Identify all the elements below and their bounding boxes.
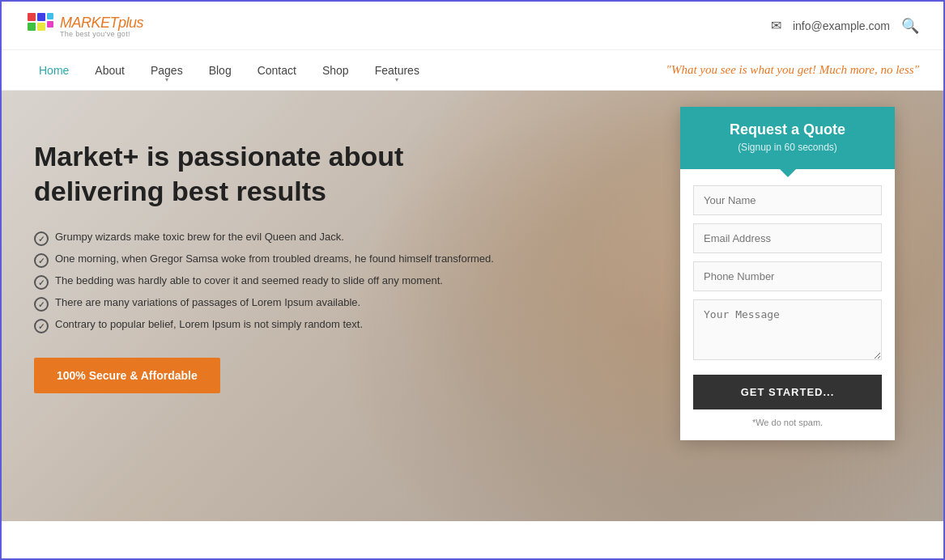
logo-plus-text: plus [118, 15, 143, 31]
nav-item-about[interactable]: About [82, 51, 138, 90]
svg-rect-0 [28, 13, 36, 21]
nav-tagline: "What you see is what you get! Much more… [666, 63, 919, 77]
nav-item-blog[interactable]: Blog [196, 51, 245, 90]
logo-icon [26, 11, 55, 40]
checklist-item-4: There are many variations of passages of… [55, 296, 360, 308]
svg-rect-2 [28, 23, 36, 31]
logo-text: MARKETplus The best you've got! [60, 13, 143, 38]
hero-section: Market+ is passionate about delivering b… [2, 91, 943, 521]
top-bar: MARKETplus The best you've got! ✉ info@e… [2, 2, 943, 50]
list-item: There are many variations of passages of… [34, 296, 520, 312]
list-item: Contrary to popular belief, Lorem Ipsum … [34, 318, 520, 333]
hero-content: Market+ is passionate about delivering b… [2, 91, 552, 442]
logo-tagline: The best you've got! [60, 31, 143, 38]
check-icon-4 [34, 297, 49, 312]
nav-item-contact[interactable]: Contact [245, 51, 309, 90]
no-spam-text: *We do not spam. [693, 418, 882, 427]
checklist-item-1: Grumpy wizards make toxic brew for the e… [55, 231, 344, 243]
check-icon-2 [34, 253, 49, 268]
svg-rect-4 [47, 13, 53, 19]
check-icon-1 [34, 231, 49, 246]
checklist-item-2: One morning, when Gregor Samsa woke from… [55, 252, 494, 265]
list-item: The bedding was hardly able to cover it … [34, 274, 520, 290]
hero-checklist: Grumpy wizards make toxic brew for the e… [34, 231, 520, 333]
list-item: One morning, when Gregor Samsa woke from… [34, 252, 520, 268]
search-icon[interactable]: 🔍 [901, 17, 919, 35]
nav-links: Home About Pages ▾ Blog Contact Shop Fea… [26, 51, 432, 90]
check-icon-5 [34, 319, 49, 333]
top-right-actions: ✉ info@example.com 🔍 [771, 17, 919, 35]
nav-item-shop[interactable]: Shop [309, 51, 362, 90]
nav-item-features[interactable]: Features ▾ [362, 51, 432, 90]
features-dropdown-arrow: ▾ [395, 76, 398, 83]
nav-link-features[interactable]: Features [362, 51, 432, 90]
logo: MARKETplus The best you've got! [26, 11, 143, 40]
phone-input[interactable] [693, 261, 882, 291]
checklist-item-5: Contrary to popular belief, Lorem Ipsum … [55, 318, 363, 330]
check-icon-3 [34, 275, 49, 290]
quote-form-body: GET STARTED... *We do not spam. [680, 169, 895, 440]
nav-link-pages[interactable]: Pages [138, 51, 196, 90]
checklist-item-3: The bedding was hardly able to cover it … [55, 274, 443, 286]
name-input[interactable] [693, 185, 882, 215]
nav-link-home[interactable]: Home [26, 51, 82, 90]
svg-rect-1 [37, 13, 45, 21]
pages-dropdown-arrow: ▾ [165, 76, 168, 83]
email-icon: ✉ [771, 18, 781, 33]
svg-rect-3 [37, 23, 45, 31]
email-input[interactable] [693, 223, 882, 253]
nav-link-about[interactable]: About [82, 51, 138, 90]
nav-item-pages[interactable]: Pages ▾ [138, 51, 196, 90]
nav-bar: Home About Pages ▾ Blog Contact Shop Fea… [2, 50, 943, 91]
get-started-button[interactable]: GET STARTED... [693, 375, 882, 409]
nav-item-home[interactable]: Home [26, 51, 82, 90]
logo-brand: MARKETplus [60, 13, 143, 31]
quote-title: Request a Quote [696, 121, 879, 138]
logo-market: MARKET [60, 15, 118, 31]
email-address: info@example.com [793, 19, 890, 32]
list-item: Grumpy wizards make toxic brew for the e… [34, 231, 520, 246]
nav-link-contact[interactable]: Contact [245, 51, 309, 90]
svg-rect-5 [47, 21, 53, 28]
hero-title: Market+ is passionate about delivering b… [34, 139, 520, 208]
nav-link-blog[interactable]: Blog [196, 51, 245, 90]
nav-link-shop[interactable]: Shop [309, 51, 362, 90]
quote-form-header: Request a Quote (Signup in 60 seconds) [680, 107, 895, 169]
quote-form: Request a Quote (Signup in 60 seconds) G… [680, 107, 895, 440]
cta-button[interactable]: 100% Secure & Affordable [34, 358, 220, 393]
quote-subtitle: (Signup in 60 seconds) [696, 142, 879, 153]
message-input[interactable] [693, 299, 882, 360]
